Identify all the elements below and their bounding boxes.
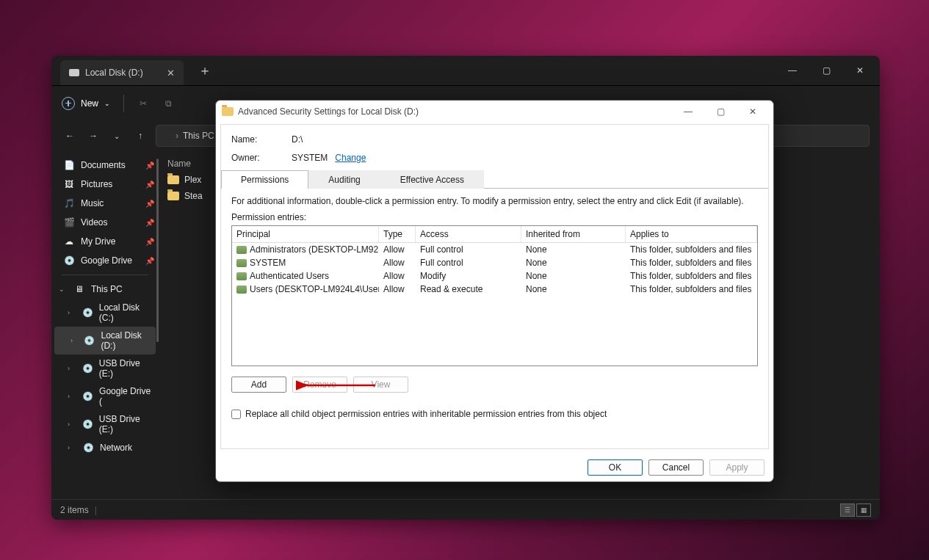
maximize-button[interactable]: ▢: [809, 56, 843, 85]
inherited: None: [521, 244, 626, 255]
nav-tree: ⌄ 🖥 This PC ›💿Local Disk (C:)›💿Local Dis…: [51, 280, 159, 457]
inherited: None: [521, 283, 626, 295]
pin-icon[interactable]: 📌: [145, 219, 154, 227]
minimize-button[interactable]: —: [776, 56, 809, 85]
sidebar-item[interactable]: 📄Documents📌: [51, 156, 159, 175]
permission-list[interactable]: Principal Type Access Inherited from App…: [231, 225, 758, 366]
tree-drive[interactable]: ›💿Local Disk (D:): [54, 327, 156, 354]
col-access[interactable]: Access: [416, 226, 521, 242]
tab-title: Local Disk (D:): [85, 68, 143, 78]
breadcrumb-sep: ›: [176, 131, 178, 141]
change-owner-link[interactable]: Change: [335, 153, 366, 163]
permission-row[interactable]: Authenticated UsersAllowModifyNoneThis f…: [232, 269, 757, 283]
tree-drive[interactable]: ›💿Local Disk (C:): [51, 299, 159, 327]
tab-auditing[interactable]: Auditing: [308, 170, 380, 189]
inherited: None: [521, 257, 626, 269]
chevron-right-icon[interactable]: ›: [68, 444, 76, 451]
tree-drive[interactable]: ›💿Google Drive (: [51, 382, 159, 410]
sidebar-divider: [62, 274, 148, 275]
tab-effective-access[interactable]: Effective Access: [380, 170, 484, 189]
item-count: 2 items: [60, 505, 89, 515]
up-button[interactable]: ↑: [132, 128, 148, 144]
new-tab-button[interactable]: ＋: [198, 62, 212, 79]
type: Allow: [379, 257, 416, 269]
add-button[interactable]: Add: [231, 377, 286, 393]
chevron-right-icon[interactable]: ›: [68, 365, 76, 372]
name-row: Name: D:\: [221, 132, 768, 147]
permission-row[interactable]: Administrators (DESKTOP-LM92...AllowFull…: [232, 243, 757, 256]
group-icon: [236, 246, 247, 254]
pin-icon[interactable]: 📌: [145, 181, 154, 189]
item-label: Pictures: [81, 179, 112, 189]
sidebar-item[interactable]: 🖼Pictures📌: [51, 175, 159, 194]
drive-label: USB Drive (E:): [99, 414, 154, 434]
drive-icon: 💿: [82, 307, 93, 319]
close-button[interactable]: ✕: [843, 56, 877, 85]
disk-icon: [69, 69, 79, 76]
breadcrumb-thispc[interactable]: This PC: [183, 131, 214, 141]
copy-icon[interactable]: ⧉: [162, 98, 174, 109]
dialog-body: Name: D:\ Owner: SYSTEM Change Permissio…: [220, 124, 769, 449]
entries-label: Permission entries:: [231, 212, 758, 222]
folder-icon: [222, 107, 234, 116]
sidebar-item[interactable]: 💿Google Drive📌: [51, 251, 159, 270]
forward-button[interactable]: →: [85, 128, 101, 144]
tree-thispc[interactable]: ⌄ 🖥 This PC: [51, 280, 159, 299]
group-icon: [236, 272, 247, 280]
view-button[interactable]: View: [353, 377, 408, 393]
permission-row[interactable]: SYSTEMAllowFull controlNoneThis folder, …: [232, 256, 757, 269]
close-tab-icon[interactable]: ✕: [167, 68, 175, 79]
dialog-tabs: Permissions Auditing Effective Access: [221, 170, 768, 189]
remove-button[interactable]: Remove: [292, 377, 347, 393]
close-button[interactable]: ✕: [737, 101, 769, 122]
minimize-button[interactable]: —: [672, 101, 704, 122]
explorer-tab[interactable]: Local Disk (D:) ✕: [60, 60, 184, 85]
col-applies[interactable]: Applies to: [626, 226, 757, 242]
item-icon: 🎬: [63, 217, 75, 228]
sidebar-item[interactable]: 🎬Videos📌: [51, 213, 159, 232]
sidebar-item[interactable]: 🎵Music📌: [51, 194, 159, 213]
ok-button[interactable]: OK: [588, 459, 643, 476]
new-label: New: [81, 98, 98, 109]
chevron-right-icon[interactable]: ›: [68, 393, 76, 400]
disk-icon: [162, 133, 171, 139]
details-view-button[interactable]: ☰: [840, 503, 855, 517]
sidebar-item[interactable]: ☁My Drive📌: [51, 232, 159, 251]
tab-permissions[interactable]: Permissions: [221, 170, 308, 189]
chevron-right-icon[interactable]: ›: [68, 309, 76, 316]
pin-icon[interactable]: 📌: [145, 257, 154, 265]
tab-content: For additional information, double-click…: [221, 189, 768, 448]
replace-checkbox[interactable]: [231, 410, 241, 419]
pin-icon[interactable]: 📌: [145, 200, 154, 208]
chevron-right-icon[interactable]: ›: [68, 421, 76, 428]
pc-icon: 🖥: [73, 283, 85, 295]
cut-icon[interactable]: ✂: [137, 98, 149, 109]
col-principal[interactable]: Principal: [232, 226, 379, 242]
tree-drive[interactable]: ›💿USB Drive (E:): [51, 354, 159, 382]
icons-view-button[interactable]: ▦: [856, 503, 871, 517]
principal: Administrators (DESKTOP-LM92...: [250, 244, 379, 255]
drive-label: Local Disk (D:): [101, 330, 151, 351]
cancel-button[interactable]: Cancel: [648, 459, 704, 476]
name-label: Name:: [231, 134, 292, 145]
col-inherited[interactable]: Inherited from: [521, 226, 626, 242]
back-button[interactable]: ←: [62, 128, 78, 144]
chevron-right-icon[interactable]: ›: [71, 337, 78, 344]
history-dropdown[interactable]: ⌄: [109, 128, 125, 144]
apply-button[interactable]: Apply: [709, 459, 764, 476]
type: Allow: [379, 244, 416, 255]
dialog-window-controls: — ▢ ✕: [672, 101, 769, 122]
tree-drive[interactable]: ›💿Network: [51, 438, 159, 457]
col-type[interactable]: Type: [379, 226, 416, 242]
access: Read & execute: [416, 283, 521, 295]
tree-drive[interactable]: ›💿USB Drive (E:): [51, 410, 159, 438]
drive-icon: 💿: [82, 363, 93, 374]
chevron-down-icon[interactable]: ⌄: [59, 286, 68, 293]
sidebar-scrollbar[interactable]: [156, 159, 159, 342]
new-button[interactable]: New ⌄: [62, 97, 110, 110]
pin-icon[interactable]: 📌: [145, 161, 154, 170]
maximize-button[interactable]: ▢: [704, 101, 737, 122]
permission-row[interactable]: Users (DESKTOP-LM924L4\Users)AllowRead &…: [232, 283, 757, 296]
pin-icon[interactable]: 📌: [145, 238, 154, 246]
item-label: Documents: [81, 160, 126, 170]
